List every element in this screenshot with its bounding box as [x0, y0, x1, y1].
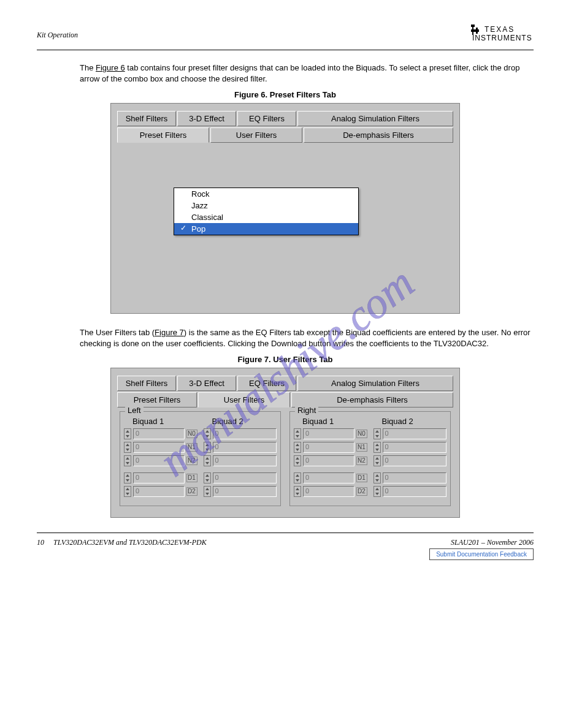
spinner[interactable] — [124, 486, 131, 497]
preset-item-jazz[interactable]: Jazz — [174, 200, 358, 211]
footer: 10 TLV320DAC32EVM and TLV320DAC32EVM-PDK… — [37, 538, 534, 560]
coef-input[interactable]: 0 — [383, 486, 447, 497]
coef-input[interactable]: 0 — [213, 486, 277, 497]
spinner[interactable] — [204, 442, 211, 453]
coef-label-d1: D1 — [356, 474, 367, 482]
footer-rule — [37, 533, 534, 533]
svg-text:TEXAS: TEXAS — [484, 25, 515, 34]
coef-label-n2: N2 — [186, 457, 197, 465]
tab-analog-sim[interactable]: Analog Simulation Filters — [297, 111, 453, 126]
user-filters-panel: Shelf Filters 3-D Effect EQ Filters Anal… — [110, 368, 460, 518]
tab-deemphasis[interactable]: De-emphasis Filters — [304, 127, 453, 143]
left-biquad2-head: Biquad 2 — [204, 415, 277, 428]
tab-eq-filters-2[interactable]: EQ Filters — [237, 376, 296, 391]
coef-input[interactable]: 0 — [133, 455, 185, 466]
coef-label-n0: N0 — [186, 430, 197, 438]
tab-analog-sim-2[interactable]: Analog Simulation Filters — [297, 376, 453, 391]
coef-label-d1: D1 — [186, 474, 197, 482]
coef-input[interactable]: 0 — [383, 442, 447, 453]
fig7-caption: Figure 7. User Filters Tab — [37, 355, 534, 364]
coef-input[interactable]: 0 — [133, 442, 185, 453]
ti-logo: TEXAS INSTRUMENTS — [466, 22, 534, 46]
coef-input[interactable]: 0 — [213, 472, 277, 483]
doc-rev: SLAU201 – November 2006 — [429, 538, 534, 547]
fig7-ref: Figure 7 — [155, 328, 184, 337]
spinner[interactable] — [373, 472, 381, 483]
tab-preset-filters[interactable]: Preset Filters — [117, 127, 209, 143]
coef-label-d2: D2 — [356, 487, 367, 496]
spinner[interactable] — [373, 455, 381, 466]
coef-input[interactable]: 0 — [303, 455, 354, 466]
left-group-title: Left — [125, 406, 144, 415]
paragraph-user: The User Filters tab (Figure 7) is the s… — [37, 327, 534, 349]
coef-label-d2: D2 — [186, 487, 197, 496]
coef-input[interactable]: 0 — [383, 455, 447, 466]
spinner[interactable] — [204, 455, 211, 466]
spinner[interactable] — [373, 486, 381, 497]
feedback-link[interactable]: Submit Documentation Feedback — [429, 548, 534, 560]
tab-eq-filters[interactable]: EQ Filters — [237, 111, 296, 126]
coef-input[interactable]: 0 — [133, 428, 185, 439]
tab-row-top: Shelf Filters 3-D Effect EQ Filters Anal… — [117, 111, 453, 126]
coef-input[interactable]: 0 — [303, 486, 354, 497]
tab-row-bottom: Preset Filters User Filters De-emphasis … — [117, 127, 453, 143]
spinner[interactable] — [294, 442, 301, 453]
tab-user-filters[interactable]: User Filters — [210, 127, 302, 143]
spinner[interactable] — [124, 472, 131, 483]
right-biquad2-head: Biquad 2 — [373, 415, 447, 428]
spinner[interactable] — [124, 442, 131, 453]
doc-title: TLV320DAC32EVM and TLV320DAC32EVM-PDK — [53, 538, 207, 547]
tab-shelf-filters-2[interactable]: Shelf Filters — [117, 376, 176, 391]
coef-input[interactable]: 0 — [383, 428, 447, 439]
fig6-caption: Figure 6. Preset Filters Tab — [37, 90, 534, 99]
coef-input[interactable]: 0 — [213, 428, 277, 439]
spinner[interactable] — [124, 455, 131, 466]
left-group: Left Biquad 1 0N0 0N1 0N2 0D1 0D2 Biquad… — [120, 411, 281, 506]
header-rule — [37, 50, 534, 50]
tab-shelf-filters[interactable]: Shelf Filters — [117, 111, 176, 126]
spinner[interactable] — [204, 428, 211, 439]
tab-user-filters-2[interactable]: User Filters — [198, 392, 290, 408]
tab-3d-effect[interactable]: 3-D Effect — [177, 111, 236, 126]
coef-input[interactable]: 0 — [133, 472, 185, 483]
preset-filters-panel: Shelf Filters 3-D Effect EQ Filters Anal… — [110, 103, 460, 314]
left-biquad1-head: Biquad 1 — [124, 415, 197, 428]
spinner[interactable] — [373, 442, 381, 453]
coef-label-n2: N2 — [356, 457, 367, 465]
svg-text:INSTRUMENTS: INSTRUMENTS — [472, 34, 532, 42]
preset-item-pop[interactable]: Pop — [174, 223, 358, 235]
left-biquad1: Biquad 1 0N0 0N1 0N2 0D1 0D2 — [124, 415, 197, 499]
spinner[interactable] — [204, 486, 211, 497]
coef-input[interactable]: 0 — [303, 472, 354, 483]
paragraph-preset: The Figure 6 tab contains four preset fi… — [37, 63, 534, 84]
spinner[interactable] — [294, 486, 301, 497]
spinner[interactable] — [204, 472, 211, 483]
section-header: Kit Operation — [37, 22, 78, 40]
spinner[interactable] — [294, 472, 301, 483]
coef-label-n1: N1 — [186, 443, 197, 452]
coef-input[interactable]: 0 — [383, 472, 447, 483]
spinner[interactable] — [373, 428, 381, 439]
spinner[interactable] — [294, 455, 301, 466]
coef-input[interactable]: 0 — [303, 442, 354, 453]
fig6-ref: Figure 6 — [96, 63, 125, 72]
coef-input[interactable]: 0 — [213, 455, 277, 466]
tab-row-bottom-2: Preset Filters User Filters De-emphasis … — [117, 392, 453, 408]
left-biquad2: Biquad 2 0 0 0 0 0 — [204, 415, 277, 499]
right-group-title: Right — [295, 406, 318, 415]
spinner[interactable] — [124, 428, 131, 439]
preset-item-rock[interactable]: Rock — [174, 188, 358, 200]
coef-input[interactable]: 0 — [303, 428, 354, 439]
coef-input[interactable]: 0 — [133, 486, 185, 497]
coef-label-n1: N1 — [356, 443, 367, 452]
tab-3d-effect-2[interactable]: 3-D Effect — [177, 376, 236, 391]
spinner[interactable] — [294, 428, 301, 439]
right-biquad2: Biquad 2 0 0 0 0 0 — [373, 415, 447, 499]
coef-label-n0: N0 — [356, 430, 367, 438]
right-biquad1: Biquad 1 0N0 0N1 0N2 0D1 0D2 — [294, 415, 367, 499]
preset-dropdown[interactable]: Rock Jazz Classical Pop — [174, 188, 359, 235]
preset-item-classical[interactable]: Classical — [174, 211, 358, 223]
coef-input[interactable]: 0 — [213, 442, 277, 453]
page-number: 10 — [37, 538, 44, 547]
right-biquad1-head: Biquad 1 — [294, 415, 367, 428]
